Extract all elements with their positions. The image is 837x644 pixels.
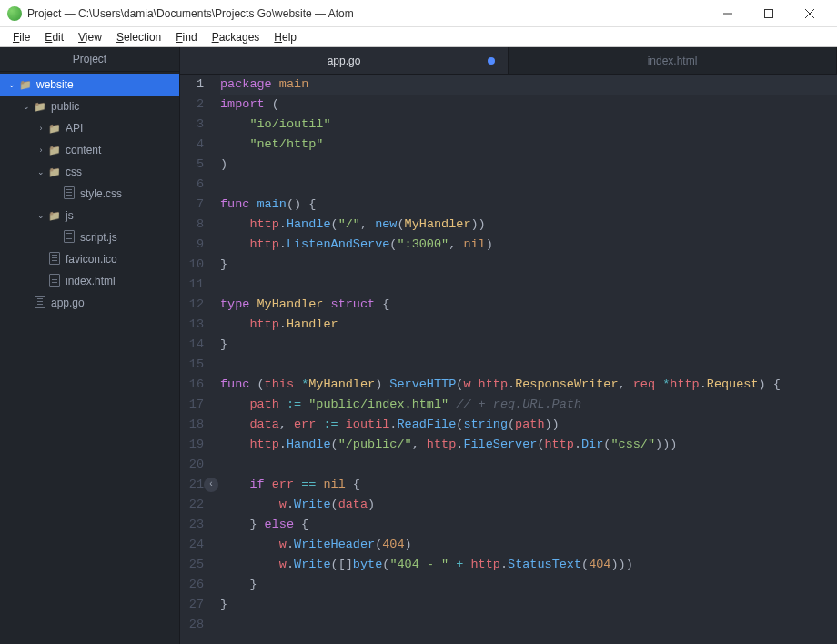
file-index-html[interactable]: index.html [0,270,179,292]
menu-help[interactable]: Help [267,29,304,45]
menu-file[interactable]: File [5,29,37,45]
line-number[interactable]: 13 [180,315,204,335]
line-number[interactable]: 4 [180,135,204,155]
code-line[interactable] [220,455,837,475]
tree-view-sidebar: Project ⌄website⌄public›API›content⌄csss… [0,47,180,644]
file-tree[interactable]: ⌄website⌄public›API›content⌄cssstyle.css… [0,72,179,644]
line-number[interactable]: 15 [180,355,204,375]
line-number[interactable]: 9 [180,235,204,255]
line-number[interactable]: 10 [180,255,204,275]
folder-js[interactable]: ⌄js [0,205,179,226]
line-number[interactable]: 3 [180,115,204,135]
code-line[interactable]: import ( [220,95,837,115]
code-line[interactable]: http.Handle("/public/", http.FileServer(… [220,435,837,455]
code-line[interactable]: func main() { [220,195,837,215]
folder-icon [33,100,47,113]
line-number[interactable]: 2 [180,95,204,115]
line-number[interactable]: 5 [180,155,204,175]
line-number[interactable]: 11 [180,275,204,295]
file-icon [47,274,62,289]
file-favicon-ico[interactable]: favicon.ico [0,248,179,270]
code-line[interactable]: w.Write(data) [220,495,837,515]
code-line[interactable]: data, err := ioutil.ReadFile(string(path… [220,415,837,435]
folder-icon [47,144,62,156]
code-line[interactable]: } else { [220,515,837,535]
menu-view[interactable]: View [71,29,109,45]
menu-packages[interactable]: Packages [205,29,267,45]
chevron-icon[interactable]: ⌄ [35,211,47,220]
folder-content[interactable]: ›content [0,139,179,161]
line-number[interactable]: 25 [180,555,204,575]
minimize-button[interactable] [707,1,748,26]
editor-area: app.goindex.html 12345678910111213141516… [180,47,837,644]
code-line[interactable]: "io/ioutil" [220,115,837,135]
folder-website[interactable]: ⌄website [0,74,179,96]
line-number[interactable]: 14 [180,335,204,355]
menu-edit[interactable]: Edit [37,29,71,45]
code-line[interactable]: } [220,335,837,355]
chevron-icon[interactable]: ⌄ [5,80,18,89]
line-number[interactable]: 16 [180,375,204,395]
code-line[interactable]: type MyHandler struct { [220,295,837,315]
line-number[interactable]: 19 [180,435,204,455]
code-line[interactable]: ) [220,155,837,175]
code-line[interactable]: http.Handle("/", new(MyHandler)) [220,215,837,235]
file-app-go[interactable]: app.go [0,292,179,314]
code-line[interactable]: } [220,255,837,275]
folder-icon [18,78,33,91]
tree-item-label: style.css [80,187,122,200]
code-line[interactable]: if err == nil {‹ [220,475,837,495]
menu-selection[interactable]: Selection [109,29,168,45]
code-editor[interactable]: package mainimport ( "io/ioutil" "net/ht… [213,75,837,644]
folder-API[interactable]: ›API [0,117,179,139]
code-line[interactable]: path := "public/index.html" // + req.URL… [220,395,837,415]
line-number[interactable]: 22 [180,495,204,515]
code-line[interactable]: http.Handler [220,315,837,335]
code-line[interactable] [220,275,837,295]
line-number[interactable]: 26 [180,575,204,595]
line-number[interactable]: 23 [180,515,204,535]
code-line[interactable]: func (this *MyHandler) ServeHTTP(w http.… [220,375,837,395]
line-number[interactable]: 28 [180,615,204,635]
line-number[interactable]: 17 [180,395,204,415]
line-number[interactable]: 7 [180,195,204,215]
file-icon [47,252,62,267]
chevron-icon[interactable]: › [35,124,47,133]
code-line[interactable]: "net/http" [220,135,837,155]
tab-app-go[interactable]: app.go [180,47,509,74]
chevron-icon[interactable]: ⌄ [35,167,47,176]
tree-item-label: favicon.ico [66,253,117,266]
line-number-gutter[interactable]: 1234567891011121314151617181920212223242… [180,75,213,644]
line-number[interactable]: 27 [180,595,204,615]
code-line[interactable]: w.WriteHeader(404) [220,535,837,555]
tree-item-label: content [66,144,101,156]
chevron-icon[interactable]: ⌄ [20,102,33,111]
code-line[interactable]: } [220,575,837,595]
file-style-css[interactable]: style.css [0,183,179,205]
fold-handle-icon[interactable]: ‹ [204,478,218,492]
folder-css[interactable]: ⌄css [0,161,179,183]
line-number[interactable]: 21 [180,475,204,495]
tab-index-html[interactable]: index.html [509,47,837,74]
code-line[interactable]: w.Write([]byte("404 - " + http.StatusTex… [220,555,837,575]
code-line[interactable] [220,615,837,635]
file-script-js[interactable]: script.js [0,226,179,248]
line-number[interactable]: 20 [180,455,204,475]
code-line[interactable]: } [220,595,837,615]
line-number[interactable]: 8 [180,215,204,235]
line-number[interactable]: 1 [180,75,204,95]
menu-find[interactable]: Find [168,29,204,45]
code-line[interactable] [220,175,837,195]
code-line[interactable]: package main [220,75,837,95]
line-number[interactable]: 18 [180,415,204,435]
code-line[interactable] [220,355,837,375]
folder-public[interactable]: ⌄public [0,96,179,117]
chevron-icon[interactable]: › [35,146,47,155]
line-number[interactable]: 6 [180,175,204,195]
close-button[interactable] [789,1,830,26]
line-number[interactable]: 24 [180,535,204,555]
menubar: FileEditViewSelectionFindPackagesHelp [0,27,837,47]
code-line[interactable]: http.ListenAndServe(":3000", nil) [220,235,837,255]
line-number[interactable]: 12 [180,295,204,315]
maximize-button[interactable] [748,1,789,26]
